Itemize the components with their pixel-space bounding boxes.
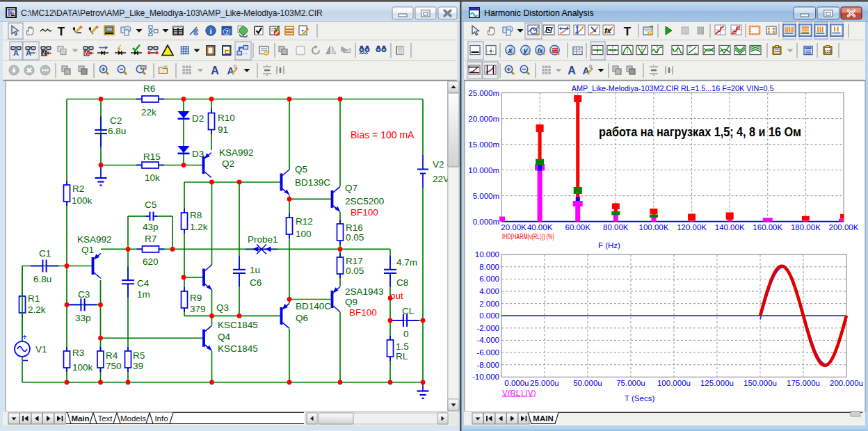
svg-text:Q2: Q2	[222, 158, 234, 169]
svg-text:C5: C5	[145, 200, 156, 210]
svg-text:C6: C6	[250, 277, 262, 288]
svg-text:0.000m: 0.000m	[473, 218, 499, 226]
svg-text:D3: D3	[192, 149, 204, 159]
svg-text:R8: R8	[190, 210, 202, 220]
svg-text:750: 750	[106, 361, 122, 371]
svg-text:Harmonic Distortion Analysis: Harmonic Distortion Analysis	[484, 8, 594, 18]
svg-text:150.000u: 150.000u	[744, 379, 777, 387]
svg-text:Main: Main	[71, 414, 89, 423]
svg-text:Q4: Q4	[218, 332, 231, 342]
svg-text:V(RL) (V): V(RL) (V)	[502, 389, 536, 397]
svg-text:работа на нагрузках 1,5; 4, 8: работа на нагрузках 1,5; 4, 8 и 16 Ом	[599, 125, 801, 139]
svg-text:2.000: 2.000	[479, 300, 499, 308]
svg-text:C2: C2	[110, 115, 122, 126]
svg-text:10k: 10k	[145, 172, 160, 183]
svg-text:R9: R9	[190, 293, 202, 303]
svg-text:x: x	[507, 46, 513, 54]
svg-text:22V: 22V	[433, 174, 449, 184]
svg-text:10.000: 10.000	[475, 250, 499, 259]
svg-text:100k: 100k	[72, 195, 93, 206]
svg-text:175.000u: 175.000u	[787, 379, 820, 387]
svg-text:20.00K: 20.00K	[501, 223, 527, 231]
svg-text:60.00K: 60.00K	[565, 223, 590, 231]
svg-text:fx: fx	[538, 47, 544, 54]
svg-text:25.000m: 25.000m	[468, 89, 499, 97]
svg-text:R2: R2	[72, 184, 84, 194]
svg-text:10.000m: 10.000m	[468, 166, 499, 174]
svg-text:+: +	[22, 332, 27, 342]
svg-text:R7: R7	[145, 234, 156, 244]
svg-text:C1: C1	[39, 248, 51, 259]
svg-text:200.00K: 200.00K	[829, 223, 859, 231]
svg-text:33p: 33p	[75, 313, 91, 323]
svg-text:Probe1: Probe1	[248, 234, 278, 245]
svg-text:0.000: 0.000	[479, 311, 499, 320]
svg-text:F (Hz): F (Hz)	[598, 241, 620, 250]
svg-text:CL: CL	[402, 306, 415, 316]
svg-text:120.00K: 120.00K	[677, 223, 707, 231]
svg-text:2.2k: 2.2k	[28, 304, 46, 315]
svg-text:V2: V2	[433, 159, 444, 170]
svg-text:BD139C: BD139C	[295, 177, 330, 188]
svg-text:KSC1845: KSC1845	[218, 320, 258, 330]
svg-text:6.8u: 6.8u	[108, 126, 126, 136]
svg-text:RL: RL	[396, 351, 408, 361]
svg-text:Models: Models	[120, 414, 146, 423]
svg-text:R16: R16	[346, 222, 363, 233]
svg-text:Q9: Q9	[345, 297, 357, 307]
svg-text:100: 100	[140, 66, 146, 70]
svg-text:39: 39	[133, 361, 143, 371]
svg-text:Text: Text	[97, 414, 113, 423]
svg-text:-8.000: -8.000	[476, 361, 499, 369]
svg-text:2SC5200: 2SC5200	[345, 196, 384, 206]
svg-text:5.000m: 5.000m	[473, 192, 499, 200]
svg-text:379: 379	[190, 304, 206, 314]
svg-text:out: out	[390, 291, 403, 301]
svg-text:AMP_Like-Melodiya-103M2.CIR RL: AMP_Like-Melodiya-103M2.CIR RL=1.5...16 …	[572, 84, 774, 92]
svg-text:A: A	[582, 65, 589, 76]
svg-text:R5: R5	[133, 350, 145, 361]
svg-text:fx: fx	[604, 26, 612, 35]
svg-text:-4.000: -4.000	[476, 336, 499, 344]
svg-text:BD140C: BD140C	[296, 301, 331, 311]
svg-text:123: 123	[824, 49, 830, 54]
svg-text:?: ?	[225, 29, 228, 35]
svg-text:4.000: 4.000	[479, 287, 499, 295]
svg-text:BF100: BF100	[349, 307, 377, 318]
svg-text:4.7m: 4.7m	[396, 257, 417, 268]
svg-text:1.2k: 1.2k	[190, 222, 208, 232]
svg-text:R15: R15	[143, 152, 161, 162]
svg-text:i: i	[209, 27, 211, 35]
svg-text:D2: D2	[192, 113, 204, 124]
svg-text:-6.000: -6.000	[476, 348, 499, 357]
svg-text:Q3: Q3	[216, 302, 229, 313]
svg-text:1.5: 1.5	[396, 341, 409, 352]
svg-text:Q7: Q7	[345, 183, 357, 193]
svg-text:100.00K: 100.00K	[639, 223, 669, 231]
svg-text:R12: R12	[296, 216, 313, 227]
svg-text:6.8u: 6.8u	[33, 274, 51, 284]
svg-text:100.000u: 100.000u	[657, 379, 691, 387]
svg-text:Info: Info	[154, 414, 168, 423]
svg-text:R17: R17	[346, 256, 363, 266]
svg-text:Q1: Q1	[81, 245, 94, 255]
svg-text:A: A	[227, 65, 234, 76]
svg-text:1u: 1u	[250, 265, 260, 275]
svg-text:160.00K: 160.00K	[753, 223, 782, 231]
svg-text:1m: 1m	[137, 289, 150, 300]
svg-text:91: 91	[218, 124, 228, 135]
svg-text:100: 100	[296, 229, 312, 239]
svg-text:A: A	[13, 49, 19, 57]
svg-text:22k: 22k	[141, 107, 156, 117]
svg-text:T: T	[624, 25, 632, 38]
svg-text:0: 0	[403, 329, 409, 339]
svg-text:Bias = 100 mA: Bias = 100 mA	[351, 129, 415, 140]
svg-text:-2.000: -2.000	[476, 324, 499, 332]
svg-text:V: V	[85, 49, 89, 56]
svg-text:R6: R6	[143, 83, 155, 94]
svg-text:125.000u: 125.000u	[700, 379, 734, 387]
svg-text:180.00K: 180.00K	[791, 223, 821, 231]
svg-text:0.05: 0.05	[346, 232, 364, 243]
svg-text:75.000u: 75.000u	[616, 379, 645, 387]
svg-text:620: 620	[143, 257, 159, 267]
